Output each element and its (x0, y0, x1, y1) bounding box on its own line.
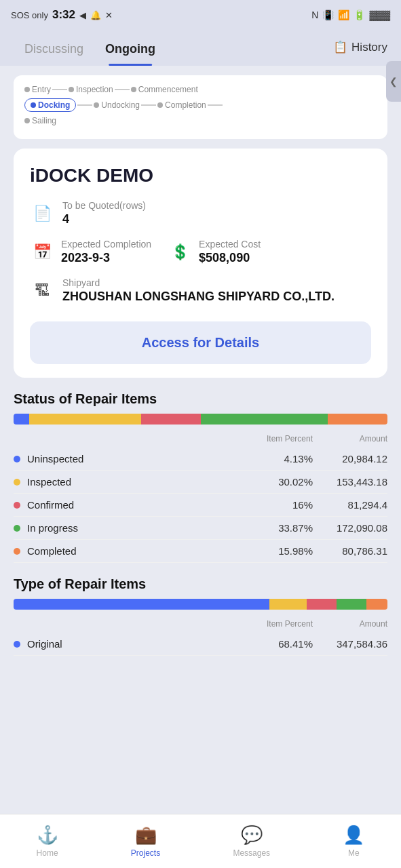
type-stats-header: Item Percent Amount (14, 619, 387, 629)
stat-amount: 153,443.18 (313, 476, 387, 488)
shipyard-icon: 🏗 (30, 279, 54, 303)
stat-name: Confirmed (27, 499, 252, 511)
stat-amount: 20,984.12 (313, 453, 387, 465)
stage-row-1: Entry Inspection Commencement (24, 85, 377, 94)
history-button[interactable]: 📋 History (333, 40, 387, 61)
stat-percent: 15.98% (252, 545, 313, 557)
projects-label: Projects (131, 848, 160, 858)
stat-row: In progress 33.87% 172,090.08 (14, 517, 387, 540)
status-bar: SOS only 3:32 ◀ 🔔 ✕ N 📳 📶 🔋 ▓▓▓ (0, 0, 401, 30)
projects-icon: 💼 (135, 825, 157, 846)
vibrate-icon: 📳 (322, 9, 334, 20)
status-time: 3:32 (52, 8, 75, 22)
history-label: History (351, 41, 387, 54)
cost-content: Expected Cost $508,090 (199, 239, 261, 265)
stat-row: Inspected 30.02% 153,443.18 (14, 471, 387, 494)
nav-tabs: Discussing Ongoing 📋 History (0, 30, 401, 66)
stage-row-2: Docking Undocking Completion (24, 98, 377, 112)
battery-icon: ▓▓▓ (369, 9, 390, 20)
bottom-nav: ⚓ Home 💼 Projects 💬 Messages 👤 Me (0, 814, 401, 868)
stage-line-1 (52, 89, 67, 90)
status-left: SOS only 3:32 ◀ 🔔 ✕ (11, 8, 113, 22)
stat-name: Inspected (27, 476, 252, 488)
document-icon: 📄 (30, 201, 54, 226)
nav-projects[interactable]: 💼 Projects (120, 819, 171, 863)
stat-dot (14, 502, 20, 509)
stat-row: Uninspected 4.13% 20,984.12 (14, 448, 387, 471)
completion-cost-row: 📅 Expected Completion 2023-9-3 💲 Expecte… (30, 239, 371, 265)
project-card: iDOCK DEMO 📄 To be Quoted(rows) 4 📅 Expe… (14, 149, 387, 378)
tab-ongoing[interactable]: Ongoing (94, 35, 166, 66)
cost-part: 💲 Expected Cost $508,090 (168, 239, 261, 265)
status-right: N 📳 📶 🔋 ▓▓▓ (311, 9, 390, 20)
battery-low-icon: 🔋 (354, 9, 365, 20)
stat-amount: 172,090.08 (313, 522, 387, 534)
type-stat-percent: 68.41% (252, 638, 313, 650)
stat-percent: 4.13% (252, 453, 313, 465)
me-label: Me (348, 848, 360, 858)
messages-icon: 💬 (241, 825, 263, 846)
nav-home[interactable]: ⚓ Home (26, 819, 69, 863)
type-stat-row: Original 68.41% 347,584.36 (14, 633, 387, 656)
nav-messages[interactable]: 💬 Messages (222, 819, 281, 863)
stage-entry: Entry (24, 85, 51, 94)
nav-me[interactable]: 👤 Me (332, 819, 375, 863)
stat-dot (14, 479, 20, 486)
stage-inspection: Inspection (69, 85, 113, 94)
status-rows: Uninspected 4.13% 20,984.12 Inspected 30… (14, 448, 387, 563)
history-icon: 📋 (333, 40, 347, 54)
stat-percent: 30.02% (252, 476, 313, 488)
info-double: 📅 Expected Completion 2023-9-3 💲 Expecte… (30, 239, 261, 265)
tab-discussing[interactable]: Discussing (14, 35, 94, 66)
stage-row-3: Sailing (24, 116, 377, 125)
home-label: Home (37, 848, 58, 858)
project-title: iDOCK DEMO (30, 165, 371, 186)
type-rows: Original 68.41% 347,584.36 (14, 633, 387, 656)
calendar-icon: 📅 (30, 240, 54, 264)
cost-label: Expected Cost (199, 239, 261, 250)
stat-dot (14, 548, 20, 555)
completion-label: Expected Completion (61, 239, 151, 250)
stage-docking: Docking (24, 98, 76, 112)
stat-row: Confirmed 16% 81,294.4 (14, 494, 387, 517)
col-amount-label: Amount (313, 434, 387, 443)
type-repair-title: Type of Repair Items (14, 576, 387, 592)
x-icon: ✕ (105, 10, 113, 20)
shipyard-label: Shipyard (62, 277, 371, 288)
stage-line-5 (208, 104, 223, 106)
status-repair-title: Status of Repair Items (14, 391, 387, 407)
completion-part: 📅 Expected Completion 2023-9-3 (30, 239, 151, 265)
stat-row: Completed 15.98% 80,786.31 (14, 540, 387, 563)
stage-commencement: Commencement (131, 85, 198, 94)
stage-line-2 (115, 89, 130, 90)
stat-amount: 80,786.31 (313, 545, 387, 557)
stage-line-3 (77, 104, 92, 106)
shipyard-value: ZHOUSHAN LONGSHANG SHIPYARD CO.,LTD. (62, 290, 371, 304)
type-stat-name: Original (27, 638, 252, 650)
status-bar-chart (14, 414, 387, 425)
type-repair-section: Type of Repair Items Item Percent Amount… (14, 576, 387, 656)
access-details-button[interactable]: Access for Details (30, 321, 371, 364)
stage-undocking: Undocking (94, 100, 140, 110)
stat-percent: 16% (252, 499, 313, 511)
stat-dot (14, 525, 20, 532)
home-icon: ⚓ (37, 825, 58, 846)
quoted-content: To be Quoted(rows) 4 (62, 200, 371, 226)
wifi-icon: 📶 (338, 9, 349, 20)
col-percent-label: Item Percent (238, 434, 313, 443)
stage-line-4 (141, 104, 156, 106)
stat-name: Completed (27, 545, 252, 557)
stage-completion: Completion (157, 100, 206, 110)
quoted-label: To be Quoted(rows) (62, 200, 371, 211)
stats-header: Item Percent Amount (14, 434, 387, 443)
type-stat-amount: 347,584.36 (313, 638, 387, 650)
stage-sailing: Sailing (24, 116, 56, 125)
bell-icon: 🔔 (90, 10, 101, 20)
type-col-amount-label: Amount (313, 619, 387, 629)
quoted-row: 📄 To be Quoted(rows) 4 (30, 200, 371, 226)
sos-label: SOS only (11, 10, 48, 20)
stat-amount: 81,294.4 (313, 499, 387, 511)
main-content: Entry Inspection Commencement Docking Un… (0, 75, 401, 737)
stat-percent: 33.87% (252, 522, 313, 534)
chevron-handle[interactable] (386, 61, 401, 102)
